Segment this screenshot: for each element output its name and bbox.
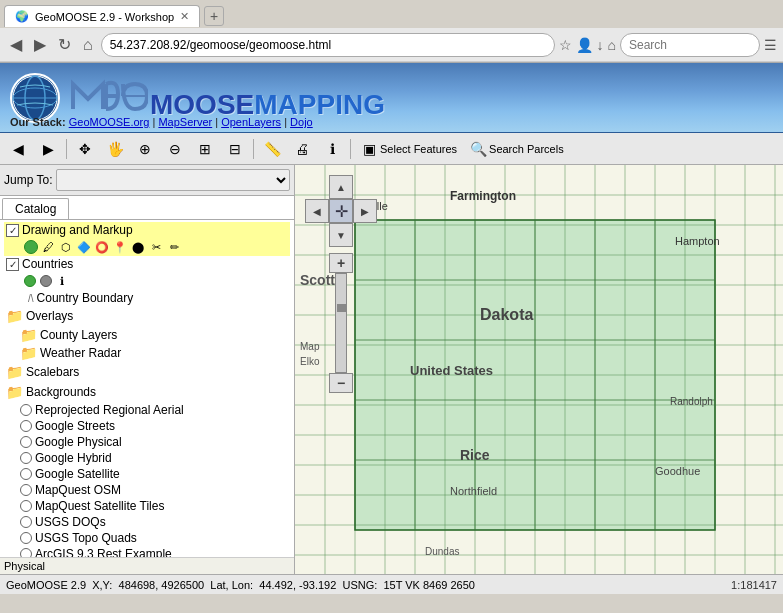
pan-west-button[interactable]: ◀ (305, 199, 329, 223)
countries-icon3[interactable]: ℹ (54, 273, 70, 289)
draw-icon4[interactable]: ⭕ (94, 239, 110, 255)
toolbar-search-parcels-btn[interactable]: 🔍 Search Parcels (464, 136, 569, 162)
draw-icon3[interactable]: 🔷 (76, 239, 92, 255)
home-button[interactable]: ⌂ (79, 34, 97, 56)
county-layers-item[interactable]: 📁 County Layers (4, 326, 290, 344)
catalog-tab[interactable]: Catalog (2, 198, 69, 219)
toolbar-select-features-btn[interactable]: ▣ Select Features (355, 136, 462, 162)
bg-google-hybrid-radio[interactable] (20, 452, 32, 464)
bg-arcgis-rest-radio[interactable] (20, 548, 32, 557)
bookmark-button[interactable]: ☆ (559, 37, 572, 53)
draw-icon7[interactable]: ✂ (148, 239, 164, 255)
bg-mapquest-osm[interactable]: MapQuest OSM (4, 482, 290, 498)
toolbar-zoomout-btn[interactable]: ⊖ (161, 136, 189, 162)
bg-google-streets[interactable]: Google Streets (4, 418, 290, 434)
tree-area: ✓ Drawing and Markup 🖊 ⬡ 🔷 ⭕ 📍 ⬤ ✂ ✏ ✓ C… (0, 220, 294, 557)
zoom-in-map-button[interactable]: + (329, 253, 353, 273)
bg-mapquest-satellite-radio[interactable] (20, 500, 32, 512)
drawing-markup-icons: 🖊 ⬡ 🔷 ⭕ 📍 ⬤ ✂ ✏ (4, 238, 290, 256)
mapserver-link[interactable]: MapServer (158, 116, 212, 128)
menu-button[interactable]: ☰ (764, 37, 777, 53)
toolbar-pan-btn[interactable]: 🖐 (101, 136, 129, 162)
pan-east-button[interactable]: ▶ (353, 199, 377, 223)
jump-to-label: Jump To: (4, 173, 52, 187)
toolbar-print-btn[interactable]: 🖨 (288, 136, 316, 162)
toolbar-zoomin-btn[interactable]: ⊕ (131, 136, 159, 162)
bg-usgs-topo[interactable]: USGS Topo Quads (4, 530, 290, 546)
weather-radar-item[interactable]: 📁 Weather Radar (4, 344, 290, 362)
toolbar-back-btn[interactable]: ◀ (4, 136, 32, 162)
countries-item[interactable]: ✓ Countries (4, 256, 290, 272)
dojo-link[interactable]: Dojo (290, 116, 313, 128)
zoom-bar[interactable] (335, 273, 347, 373)
refresh-button[interactable]: ↻ (54, 33, 75, 56)
bg-google-physical-radio[interactable] (20, 436, 32, 448)
bg-mapquest-satellite[interactable]: MapQuest Satellite Tiles (4, 498, 290, 514)
map-area[interactable]: Lakeville Farmington Hampton Scott Dakot… (295, 165, 783, 574)
lat-lon-value: 44.492, -93.192 (259, 579, 336, 591)
draw-icon6[interactable]: ⬤ (130, 239, 146, 255)
overlays-folder[interactable]: 📁 Overlays (4, 306, 290, 326)
zoom-out-map-button[interactable]: − (329, 373, 353, 393)
address-bar[interactable] (101, 33, 555, 57)
map-navigation: ▲ ◀ ✛ ▶ ▼ + − (305, 175, 377, 393)
toolbar-forward-btn[interactable]: ▶ (34, 136, 62, 162)
logo-globe (10, 73, 60, 123)
bg-arcgis-rest[interactable]: ArcGIS 9.3 Rest Example (4, 546, 290, 557)
country-boundary-label: Country Boundary (37, 291, 134, 305)
user-button[interactable]: 👤 (576, 37, 593, 53)
draw-icon8[interactable]: ✏ (166, 239, 182, 255)
countries-checkbox[interactable]: ✓ (6, 258, 19, 271)
tab-close-button[interactable]: ✕ (180, 10, 189, 23)
toolbar-move-btn[interactable]: ✥ (71, 136, 99, 162)
toolbar-identify-btn[interactable]: ℹ (318, 136, 346, 162)
bg-google-hybrid[interactable]: Google Hybrid (4, 450, 290, 466)
bg-google-streets-radio[interactable] (20, 420, 32, 432)
browser-search-input[interactable] (620, 33, 760, 57)
geomoose-link[interactable]: GeoMOOSE.org (69, 116, 150, 128)
forward-button[interactable]: ▶ (30, 33, 50, 56)
new-tab-button[interactable]: + (204, 6, 224, 26)
draw-icon1[interactable]: 🖊 (40, 239, 56, 255)
pan-south-button[interactable]: ▼ (329, 223, 353, 247)
pan-north-button[interactable]: ▲ (329, 175, 353, 199)
toolbar-measure-btn[interactable]: 📏 (258, 136, 286, 162)
country-boundary-item[interactable]: /\ Country Boundary (4, 290, 290, 306)
bg-google-satellite[interactable]: Google Satellite (4, 466, 290, 482)
scalebars-folder[interactable]: 📁 Scalebars (4, 362, 290, 382)
toolbar-prevextent-btn[interactable]: ⊟ (221, 136, 249, 162)
active-tab[interactable]: 🌍 GeoMOOSE 2.9 - Workshop ✕ (4, 5, 200, 27)
measure-icon: 📏 (263, 140, 281, 158)
bg-usgs-topo-radio[interactable] (20, 532, 32, 544)
home2-button[interactable]: ⌂ (608, 37, 616, 53)
download-button[interactable]: ↓ (597, 37, 604, 53)
bg-regional-aerial[interactable]: Reprojected Regional Aerial (4, 402, 290, 418)
move-icon: ✥ (76, 140, 94, 158)
drawing-markup-label: Drawing and Markup (22, 223, 133, 237)
back-button[interactable]: ◀ (6, 33, 26, 56)
openlayers-link[interactable]: OpenLayers (221, 116, 281, 128)
bg-regional-aerial-radio[interactable] (20, 404, 32, 416)
backgrounds-folder[interactable]: 📁 Backgrounds (4, 382, 290, 402)
jump-to-select[interactable] (56, 169, 290, 191)
drawing-markup-item[interactable]: ✓ Drawing and Markup (4, 222, 290, 238)
bg-mapquest-satellite-label: MapQuest Satellite Tiles (35, 499, 164, 513)
toolbar-sep2 (253, 139, 254, 159)
green-circle-icon[interactable] (24, 240, 38, 254)
bg-google-satellite-radio[interactable] (20, 468, 32, 480)
pan-middle-row: ◀ ✛ ▶ (305, 199, 377, 223)
bg-google-physical[interactable]: Google Physical (4, 434, 290, 450)
overlays-folder-icon: 📁 (6, 308, 23, 324)
draw-icon5[interactable]: 📍 (112, 239, 128, 255)
zoom-slider-handle[interactable] (337, 304, 347, 312)
bg-usgs-doqs-radio[interactable] (20, 516, 32, 528)
draw-icon2[interactable]: ⬡ (58, 239, 74, 255)
toolbar-extent-btn[interactable]: ⊞ (191, 136, 219, 162)
main-layout: Jump To: Catalog ✓ Drawing and Markup 🖊 … (0, 165, 783, 574)
bg-mapquest-osm-radio[interactable] (20, 484, 32, 496)
bg-usgs-doqs[interactable]: USGS DOQs (4, 514, 290, 530)
drawing-markup-checkbox[interactable]: ✓ (6, 224, 19, 237)
pan-center-button[interactable]: ✛ (329, 199, 353, 223)
tab-title: GeoMOOSE 2.9 - Workshop (35, 11, 174, 23)
bg-google-streets-label: Google Streets (35, 419, 115, 433)
